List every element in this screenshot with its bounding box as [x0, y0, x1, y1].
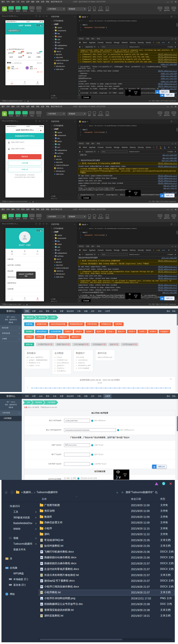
device-bar[interactable]: iPhone 6/7/8 85% 15▾ ▢◎◁▭: [0, 14, 49, 18]
sidebar-item[interactable]: WWW ∗: [2, 526, 39, 532]
sidebar-menu-item[interactable]: 管理员设置∨: [0, 331, 22, 336]
menu-item[interactable]: 微信开发者工具: [51, 106, 62, 108]
tree-file-item[interactable]: {} app.json: [50, 260, 77, 264]
back-icon[interactable]: ←: [84, 125, 85, 126]
order-status-button[interactable]: 待取货 0: [74, 330, 84, 334]
order-status-button[interactable]: 校区运营状态: [35, 330, 48, 334]
tree-folder-item[interactable]: ▸ libs: [50, 240, 77, 242]
console-row[interactable]: [sitemap 索引情况提示] 根据 sitemap 的规则[0]，当前页面 …: [77, 168, 178, 174]
current-page-label[interactable]: 可视化 ▾ | pages/common/content/web: [2, 200, 27, 203]
file-row[interactable]: 外卖分类名称图片修改路径.txt 2021/9/28 21:07 文本文档: [39, 572, 175, 578]
address-crumb-parent[interactable]: « 跑腿同...: [21, 490, 33, 494]
editor-tab[interactable]: JS app.js ×: [77, 14, 90, 19]
nav-item[interactable]: 拼团: [83, 394, 89, 398]
console-row[interactable]: schoolId1 index.js? [sm]:141: [77, 80, 178, 82]
sidebar-item[interactable]: 工具 ∗: [2, 509, 39, 515]
clear-console-icon[interactable]: ⦸: [82, 151, 83, 152]
text-input[interactable]: [64, 419, 90, 422]
console-row[interactable]: api.js? [sm]:114: [77, 156, 178, 159]
bookmark-icon[interactable]: ⛉: [81, 228, 83, 229]
close-icon[interactable]: ✕: [169, 482, 172, 485]
console-source-link[interactable]: index.js? [sm]:133: [161, 77, 177, 79]
split-editor-icon[interactable]: ◫: [171, 16, 172, 18]
tree-file-item[interactable]: JS siteinfo.js: [50, 166, 77, 170]
sidebar-item[interactable]: 本地磁盘 (C:): [2, 576, 39, 582]
console-row[interactable]: ▸ [Component] data field "opacity" is ov…: [77, 60, 178, 63]
device-toolbar-icon[interactable]: ⬒: [79, 42, 81, 44]
file-row[interactable]: 伪静态设置文件 2021/9/29 11:09 文件夹: [39, 520, 175, 526]
console-source-link[interactable]: api.js? [sm]:114: [163, 157, 177, 158]
project-root[interactable]: ▾小程序: [50, 22, 77, 26]
apply-join-button[interactable]: 申请入驻: [8, 167, 42, 172]
view-toggle-button[interactable]: 云开发: [36, 214, 42, 220]
bookmark-icon[interactable]: ⛉: [81, 20, 83, 22]
breadcrumb-item[interactable]: 小程序: [46, 316, 58, 320]
console-row[interactable]: pages/mine/_index: onHide have been invo…: [77, 177, 178, 180]
console-source-link[interactable]: VM1787 WAService.js:2: [158, 70, 177, 72]
console-row[interactable]: ▸ 请注意 showLoading 与 hideLoading 必须配对使用 V…: [77, 162, 178, 165]
tree-folder-item[interactable]: ▸ components: [50, 29, 77, 32]
outline-section[interactable]: ▸ 大纲 ⊗ 0 ⚠ 0: [50, 297, 77, 302]
console-source-link[interactable]: VM1787 WAService.js:2: [158, 284, 177, 286]
tree-file-item[interactable]: {} project.config.json: [50, 266, 77, 269]
more-icon[interactable]: ⋯: [31, 100, 32, 102]
view-toggle-button[interactable]: 可视化: [29, 111, 35, 117]
console-source-link[interactable]: index.js? [sm]:131: [161, 75, 177, 76]
radio-option[interactable]: 开启: [71, 477, 76, 480]
devtools-tab[interactable]: Console: [98, 146, 104, 148]
kebab-icon[interactable]: ⋮: [79, 96, 80, 98]
view-toggle-button[interactable]: 云开发: [36, 6, 42, 12]
see-all-link[interactable]: 查看全部>: [37, 62, 43, 64]
menu-item[interactable]: 编辑: [11, 208, 15, 210]
toolbar-right-button[interactable]: 上传: [158, 7, 162, 12]
nav-item[interactable]: 小程序: [103, 394, 111, 398]
console-source-link[interactable]: app.js? [sm]:294: [163, 292, 177, 293]
more-icon[interactable]: ⋯: [174, 120, 176, 122]
console-row[interactable]: 系统没有学校信息管理员配置 util.js? [sm]:252: [77, 159, 178, 162]
address-dropdown-icon[interactable]: ∨: [116, 491, 118, 494]
menu-item[interactable]: 视图: [31, 106, 34, 108]
phone-tab[interactable]: ⌂ 首页: [5, 80, 18, 85]
earn-card[interactable]: 赚 网赚月入 +0.78: [25, 66, 43, 70]
nav-item[interactable]: 首页: [24, 394, 30, 398]
phone-tab[interactable]: ⌂ 首页: [5, 296, 18, 301]
console-source-link[interactable]: VM1787 WAService.js:2: [158, 175, 177, 176]
console-source-link[interactable]: VM1787 WAService.js:2: [158, 182, 177, 184]
tree-folder-item[interactable]: ▸ wuBaseWxss: [50, 252, 77, 254]
location-chip[interactable]: ⊙ 骏江综合中心 ∨: [7, 29, 20, 32]
toolbar-action-button[interactable]: 编译: [88, 112, 91, 116]
menu-item[interactable]: 界面: [36, 106, 39, 108]
order-status-button[interactable]: 配送中 0: [95, 330, 105, 334]
gear-icon[interactable]: ⚙: [168, 249, 170, 251]
more-icon[interactable]: ⋯: [74, 16, 76, 18]
console-row[interactable]: Update view with init data VM1787 WAServ…: [77, 180, 178, 182]
console-row[interactable]: pages/common/content/web: onLoad have be…: [77, 182, 178, 184]
file-row[interactable]: W 跑腿校园分站操作教程.docx 2021/9/28 21:06 DOCX 文…: [39, 555, 175, 561]
devtools-tab[interactable]: Sources: [106, 42, 112, 43]
console-source-link[interactable]: index.js? [sm]:130: [161, 72, 177, 74]
tree-file-item[interactable]: ≋ app.wxss: [50, 264, 77, 266]
filter-input[interactable]: Filter: [101, 253, 128, 256]
current-page-label[interactable]: 可视化 ▾ | pages/errand/_index: [2, 100, 22, 102]
file-row[interactable]: 需要我安装提供的权限.txt 2021/9/28 21:08 文本文档: [39, 607, 175, 613]
admin-button[interactable]: 管理手机号码: [86, 322, 99, 326]
phone-tab[interactable]: ◉ 我的: [31, 80, 44, 85]
console-row[interactable]: ▸ {accountUrl: "https://ca.mysdzlm.cn", …: [77, 66, 178, 70]
view-toggle-button[interactable]: 可视化: [29, 214, 35, 220]
devtools-tab[interactable]: Wxml: [83, 249, 87, 251]
order-status-button[interactable]: 待审核 0: [24, 335, 34, 339]
nav-item[interactable]: 分类: [51, 394, 58, 398]
console-source-link[interactable]: VM1787 WAService.js:2: [158, 53, 177, 55]
back-icon[interactable]: ←: [84, 228, 85, 229]
tree-file-item[interactable]: ≋ app.wxss: [50, 160, 77, 164]
tree-folder-item[interactable]: ▸ wuBaseWxss: [50, 44, 77, 47]
finance-stat-button[interactable]: 今日平台收益 ¥ 0 元: [121, 343, 138, 346]
drag-upload-button-2[interactable]: ☁ 拖拽上传: [155, 90, 170, 94]
toolbar-right-button[interactable]: 版本管理: [164, 7, 170, 12]
file-row[interactable]: 源码安装教程.txt 2021/9/27 19:21 文本文档: [39, 613, 175, 619]
console-row[interactable]: --onLoad-- web.js? [sm]:14: [77, 184, 178, 187]
address-box[interactable]: « 跑腿同... › Tudoucms跑腿同学 ∨ ↻: [16, 490, 124, 494]
current-page-label[interactable]: 可视化 ▾ | pages/mine/_index: [2, 303, 21, 306]
forward-icon[interactable]: →: [86, 20, 88, 22]
compile-dropdown[interactable]: 普通编译▾: [67, 215, 87, 218]
